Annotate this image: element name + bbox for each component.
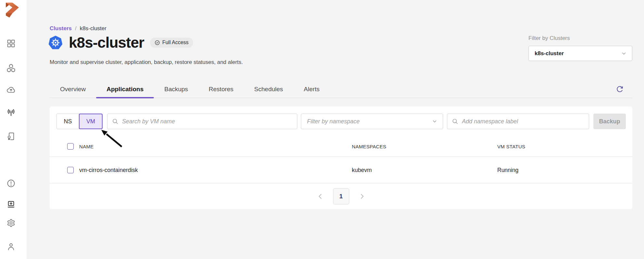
namespace-filter-select[interactable]: Filter by namespace xyxy=(301,114,443,129)
previous-page-button[interactable] xyxy=(316,192,324,200)
broadcast-icon xyxy=(6,108,16,117)
vm-status-cell: Running xyxy=(497,166,518,173)
refresh-button[interactable] xyxy=(615,85,625,94)
check-circle-icon xyxy=(155,40,160,45)
dashboard-icon xyxy=(6,39,16,48)
table-row[interactable]: vm-cirros-containerdisk kubevm Running xyxy=(50,157,632,183)
access-badge: Full Access xyxy=(150,38,193,48)
sidebar-item-backups[interactable] xyxy=(6,85,16,94)
tab-alerts[interactable]: Alerts xyxy=(293,84,330,98)
vm-search-input[interactable] xyxy=(122,118,292,125)
applications-panel: NS VM Filter by namespace Backup NAME NA… xyxy=(50,106,632,209)
tab-bar: Overview Applications Backups Restores S… xyxy=(50,84,632,98)
file-badge-icon xyxy=(6,132,16,141)
chevron-down-icon xyxy=(432,118,438,124)
tab-restores[interactable]: Restores xyxy=(198,84,244,98)
sidebar-item-dashboard[interactable] xyxy=(6,39,16,48)
gear-icon xyxy=(6,218,16,228)
trilio-logo[interactable] xyxy=(4,1,19,19)
sidebar-item-profile[interactable] xyxy=(6,242,16,251)
namespace-label-input[interactable] xyxy=(462,118,584,125)
page-subtitle: Monitor and supervise cluster, applicati… xyxy=(50,59,243,66)
table-header: NAME NAMESPACES VM STATUS xyxy=(50,136,632,157)
namespace-filter-placeholder: Filter by namespace xyxy=(307,118,360,125)
laptop-plus-icon xyxy=(6,200,16,209)
cubes-icon xyxy=(6,64,16,73)
sidebar-item-clusters[interactable] xyxy=(6,64,16,73)
refresh-icon xyxy=(615,85,624,93)
backup-button[interactable]: Backup xyxy=(593,114,626,129)
vm-name-cell: vm-cirros-containerdisk xyxy=(79,166,138,173)
sidebar-item-monitoring[interactable] xyxy=(6,200,16,209)
tab-overview[interactable]: Overview xyxy=(50,84,96,98)
pagination: 1 xyxy=(50,183,632,209)
cluster-filter-select[interactable]: k8s-cluster xyxy=(528,46,632,61)
namespace-label-box xyxy=(447,114,589,129)
chevron-right-icon xyxy=(358,192,366,200)
column-header-vm-status: VM STATUS xyxy=(497,144,525,149)
tab-schedules[interactable]: Schedules xyxy=(244,84,293,98)
page-number[interactable]: 1 xyxy=(333,188,349,204)
kubernetes-icon xyxy=(48,35,63,50)
alert-circle-icon xyxy=(6,179,16,188)
column-header-name: NAME xyxy=(79,144,94,149)
breadcrumb-separator: / xyxy=(75,25,77,32)
cloud-upload-icon xyxy=(6,85,16,94)
sidebar-item-alerts[interactable] xyxy=(6,179,16,188)
column-header-namespaces: NAMESPACES xyxy=(352,144,386,149)
ns-vm-toggle: NS VM xyxy=(56,114,103,129)
tab-backups[interactable]: Backups xyxy=(154,84,198,98)
chevron-down-icon xyxy=(621,51,627,56)
sidebar-item-settings[interactable] xyxy=(6,218,16,228)
toggle-vm-button[interactable]: VM xyxy=(79,114,103,129)
sidebar xyxy=(0,0,27,259)
breadcrumb-current: k8s-cluster xyxy=(80,25,106,32)
toggle-ns-button[interactable]: NS xyxy=(56,114,79,129)
user-icon xyxy=(6,242,16,251)
next-page-button[interactable] xyxy=(358,192,366,200)
namespace-cell: kubevm xyxy=(352,166,372,173)
trilio-logo-icon xyxy=(4,1,19,19)
chevron-left-icon xyxy=(316,192,324,200)
access-badge-label: Full Access xyxy=(162,40,189,45)
page-title: k8s-cluster xyxy=(69,34,144,51)
tab-applications[interactable]: Applications xyxy=(96,84,154,98)
page-header: k8s-cluster Full Access xyxy=(48,34,193,51)
search-icon xyxy=(452,118,458,125)
cluster-filter-label: Filter by Clusters xyxy=(528,35,570,42)
vm-search-box xyxy=(107,114,297,129)
row-checkbox[interactable] xyxy=(67,167,74,173)
breadcrumb: Clusters / k8s-cluster xyxy=(50,25,106,32)
search-icon xyxy=(112,118,118,125)
select-all-checkbox[interactable] xyxy=(67,143,74,150)
sidebar-item-policies[interactable] xyxy=(6,132,16,141)
sidebar-item-broadcast[interactable] xyxy=(6,108,16,117)
cluster-filter-value: k8s-cluster xyxy=(535,50,564,57)
breadcrumb-clusters-link[interactable]: Clusters xyxy=(50,25,72,32)
